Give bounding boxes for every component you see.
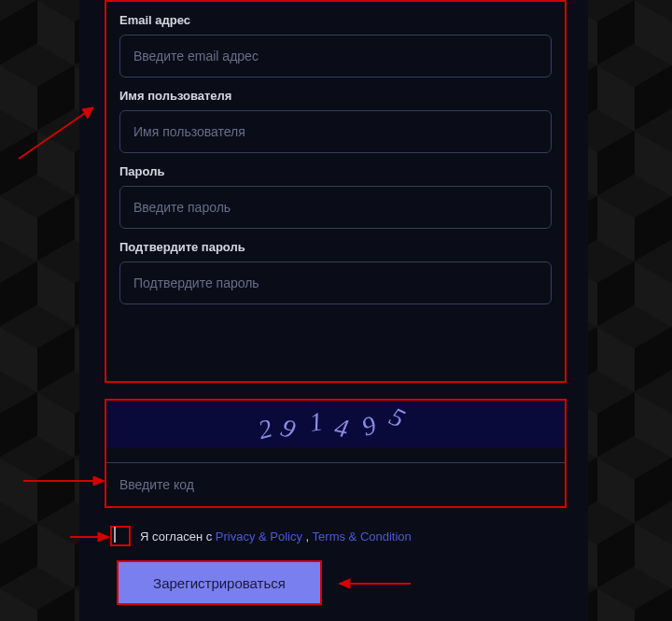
email-field[interactable] (119, 35, 552, 78)
captcha-input[interactable] (106, 462, 565, 506)
annotation-arrow-icon (65, 528, 117, 546)
svg-line-0 (19, 107, 93, 159)
annotation-arrow-icon (9, 93, 112, 168)
confirm-password-label: Подтвердите пароль (119, 240, 552, 254)
captcha-section: 2 9 1 4 9 5 (105, 399, 567, 508)
privacy-link[interactable]: Privacy & Policy (216, 529, 302, 543)
password-field[interactable] (119, 186, 552, 229)
username-field[interactable] (119, 110, 552, 153)
password-label: Пароль (119, 164, 552, 178)
svg-marker-3 (93, 476, 105, 486)
email-label: Email адрес (119, 13, 552, 27)
svg-marker-7 (339, 579, 350, 588)
captcha-image: 2 9 1 4 9 5 (106, 401, 565, 447)
username-label: Имя пользователя (119, 89, 552, 103)
agree-row: Я согласен с Privacy & Policy , Terms & … (110, 526, 412, 546)
svg-marker-5 (98, 532, 109, 542)
registration-form: Email адрес Имя пользователя Пароль Подт… (105, 0, 567, 383)
agree-text: Я согласен с (140, 529, 216, 543)
terms-link[interactable]: Terms & Condition (313, 529, 412, 543)
confirm-password-field[interactable] (119, 261, 552, 304)
agree-sep: , (302, 529, 313, 543)
register-button[interactable]: Зарегистрироваться (117, 560, 322, 605)
annotation-arrow-icon (19, 472, 112, 490)
annotation-arrow-icon (331, 574, 415, 593)
